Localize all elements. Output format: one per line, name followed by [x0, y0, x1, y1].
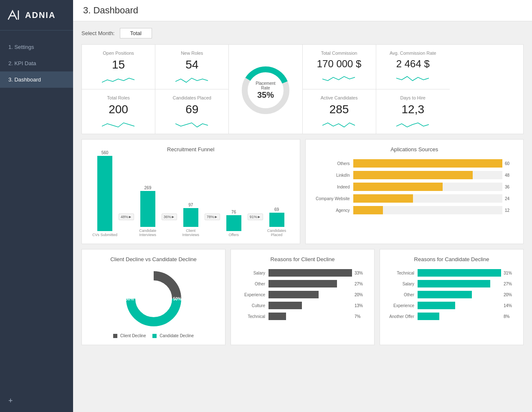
hbar-agency: Agency 12: [316, 206, 514, 214]
cc-legend-candidate: Candidate Decline: [152, 333, 194, 338]
funnel-bar-5-label: Candidates Placed: [264, 229, 290, 237]
main-content: Select Month: Total Open Positions 15 Ne…: [73, 21, 532, 412]
cc-legend-client-dot: [113, 334, 117, 338]
sidebar: ADNIA 1. Settings 2. KPI Data 3. Dashboa…: [0, 0, 73, 412]
recruitment-funnel-card: Recruitment Funnel 560 CVs Submitted 48%…: [81, 139, 300, 244]
kpi-avg-commission-label: Avg. Commission Rate: [380, 51, 446, 56]
kpi-candidates-placed-value: 69: [160, 103, 224, 116]
application-sources-bars: Others 60 LinkdIn 48 Indeed 36: [312, 158, 517, 219]
kpi-days-to-hire-spark: [380, 120, 446, 130]
sparkline-new-roles: [175, 75, 209, 85]
cdrbar-experience-track: [418, 302, 501, 309]
drbar-experience-val: 20%: [355, 292, 363, 297]
kpi-open-positions: Open Positions 15: [82, 45, 155, 89]
cdrbar-other-track: [418, 291, 501, 298]
kpi-open-positions-value: 15: [86, 58, 151, 71]
placement-rate-label: Placement Rate: [252, 81, 279, 90]
cdrbar-salary-label: Salary: [388, 282, 418, 286]
hbar-others-label: Others: [316, 161, 353, 166]
application-sources-card: Aplications Sources Others 60 LinkdIn 48: [305, 139, 524, 244]
drbar-salary-val: 33%: [355, 271, 363, 275]
kpi-open-positions-label: Open Positions: [86, 51, 151, 56]
cc-legend-candidate-dot: [152, 334, 157, 338]
sparkline-total-commission: [322, 73, 356, 83]
funnel-arrow-3: 78%►: [204, 214, 221, 237]
drbar-salary-track: [269, 269, 352, 277]
funnel-bar-3: 97 Client Interviews: [178, 203, 204, 237]
kpi-avg-commission-spark: [380, 73, 446, 83]
placement-rate-value: 35%: [252, 90, 279, 99]
hbar-indeed-val: 36: [505, 185, 513, 189]
drbar-experience-track: [269, 291, 352, 298]
drbar-other-track: [269, 280, 352, 287]
hbar-agency-label: Agency: [316, 208, 353, 213]
cdrbar-technical-val: 31%: [504, 271, 512, 275]
hbar-others-track: [353, 159, 503, 168]
kpi-total-commission-label: Total Commission: [307, 51, 372, 56]
hbar-company-website-val: 24: [505, 196, 513, 201]
kpi-candidates-placed: Candidates Placed 69: [155, 89, 229, 134]
kpi-new-roles-value: 54: [160, 58, 224, 71]
cc-legend-client-label: Client Decline: [120, 333, 146, 338]
main-header: 3. Dashboard: [73, 0, 532, 21]
kpi-avg-commission: Avg. Commission Rate 2 464 $: [376, 45, 450, 89]
hbar-agency-val: 12: [505, 208, 513, 213]
kpi-total-roles-label: Total Roles: [86, 95, 151, 100]
drbar-technical-val: 7%: [355, 314, 360, 319]
cdrbar-another-offer-track: [418, 313, 501, 320]
funnel-bar-2-value: 269: [144, 186, 152, 190]
add-button[interactable]: +: [0, 390, 73, 412]
drbar-technical: Technical 7%: [239, 313, 366, 320]
month-selector: Select Month: Total: [81, 28, 524, 38]
candidate-decline-card: Reasons for Candidate Decline Technical …: [380, 249, 524, 345]
sparkline-candidates-placed: [175, 120, 209, 130]
sidebar-item-dashboard[interactable]: 3. Dashboard: [0, 71, 73, 88]
kpi-avg-commission-value: 2 464 $: [380, 58, 446, 70]
funnel-arrow-4: 91%►: [247, 214, 264, 237]
funnel-bar-4-rect: [226, 215, 241, 231]
funnel-bar-5-rect: [269, 213, 284, 227]
kpi-active-candidates-spark: [307, 120, 372, 130]
funnel-bar-2-label: Candidate Interviews: [135, 229, 161, 237]
month-label: Select Month:: [81, 30, 115, 36]
cdrbar-salary: Salary 27%: [388, 280, 515, 287]
sidebar-item-settings[interactable]: 1. Settings: [0, 39, 73, 55]
hbar-agency-fill: [353, 206, 383, 214]
sparkline-open-positions: [102, 75, 135, 85]
logo: ADNIA: [0, 0, 73, 31]
hbar-agency-track: [353, 206, 503, 214]
funnel-bar-3-label: Client Interviews: [178, 229, 204, 237]
sidebar-nav: 1. Settings 2. KPI Data 3. Dashboard: [0, 31, 73, 390]
cdrbar-another-offer-val: 8%: [504, 314, 509, 319]
funnel-bar-3-rect: [183, 208, 198, 227]
kpi-active-candidates-label: Active Candidates: [307, 95, 372, 100]
kpi-total-roles-value: 200: [86, 103, 151, 116]
drbar-salary: Salary 33%: [239, 269, 366, 277]
sidebar-item-kpi[interactable]: 2. KPI Data: [0, 55, 73, 71]
charts-row: Recruitment Funnel 560 CVs Submitted 48%…: [81, 139, 524, 244]
drbar-other-val: 27%: [355, 282, 363, 286]
hbar-linkedin-label: LinkdIn: [316, 173, 353, 178]
drbar-technical-track: [269, 313, 352, 320]
kpi-total-roles-spark: [86, 120, 151, 130]
funnel-bar-1-rect: [97, 156, 112, 231]
kpi-total-commission-value: 170 000 $: [307, 58, 372, 70]
funnel-arrow-1: 48%►: [118, 214, 135, 237]
drbar-salary-label: Salary: [239, 271, 269, 275]
month-button[interactable]: Total: [120, 28, 152, 38]
kpi-new-roles-spark: [160, 75, 224, 85]
candidate-decline-bars: Technical 31% Salary 27% Other 20%: [387, 267, 517, 325]
kpi-new-roles-label: New Roles: [160, 51, 224, 56]
sparkline-days-to-hire: [396, 120, 430, 130]
kpi-total-roles: Total Roles 200: [82, 89, 155, 134]
application-sources-title: Aplications Sources: [312, 146, 517, 153]
hbar-company-website-fill: [353, 194, 413, 203]
bottom-row: Client Decline vs Candidate Decline 50% …: [81, 249, 524, 345]
kpi-placement-rate: Placement Rate 35%: [229, 45, 302, 134]
page-title: 3. Dashboard: [83, 5, 138, 16]
hbar-company-website-track: [353, 194, 503, 203]
svg-point-5: [136, 281, 171, 316]
sparkline-active-candidates: [322, 120, 356, 130]
cdrbar-technical-label: Technical: [388, 271, 418, 275]
cc-legend-client: Client Decline: [113, 333, 146, 338]
